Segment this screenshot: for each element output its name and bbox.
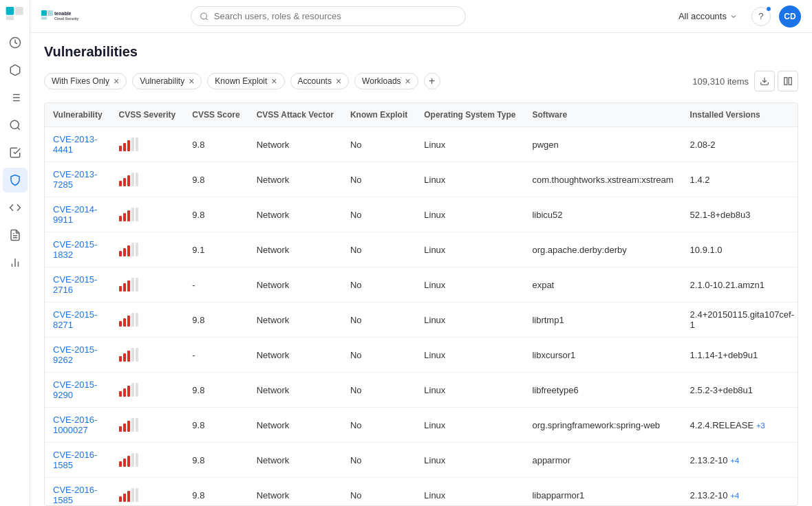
- accounts-dropdown[interactable]: All accounts: [673, 8, 743, 24]
- cell-cvss-score: 9.8: [184, 408, 248, 443]
- cell-software: libicu52: [524, 197, 681, 232]
- filter-close-exploit[interactable]: ×: [271, 76, 277, 86]
- severity-bars: [119, 418, 176, 432]
- bar-3: [127, 421, 130, 432]
- avatar[interactable]: CD: [779, 6, 801, 28]
- vulnerabilities-table[interactable]: Vulnerability CVSS Severity CVSS Score C…: [44, 102, 798, 506]
- table-row[interactable]: CVE-2016-1000027 9.8 Network No Linux or…: [45, 408, 798, 443]
- toolbar-buttons: [754, 71, 798, 91]
- filter-close-workloads[interactable]: ×: [405, 76, 411, 86]
- cve-link[interactable]: CVE-2013-4441: [53, 134, 97, 155]
- table-row[interactable]: CVE-2016-1585 9.8 Network No Linux libap…: [45, 478, 798, 507]
- sidebar-item-vulnerabilities[interactable]: [3, 168, 28, 192]
- table-row[interactable]: CVE-2015-8271 9.8 Network No Linux librt…: [45, 302, 798, 338]
- version-extra[interactable]: +4: [731, 492, 740, 500]
- cell-versions: 2.13.2-10+4: [682, 478, 798, 507]
- severity-bars: [119, 243, 176, 256]
- table-row[interactable]: CVE-2015-2716 - Network No Linux expat 2…: [45, 267, 798, 302]
- cell-versions: 1.1.14-1+deb9u1: [682, 338, 798, 373]
- cve-link[interactable]: CVE-2013-7285: [53, 169, 97, 190]
- filter-chip-accounts[interactable]: Accounts ×: [290, 73, 350, 89]
- sidebar-item-recent[interactable]: [3, 30, 28, 55]
- filter-close-fixes[interactable]: ×: [114, 76, 119, 86]
- severity-bars: [119, 208, 176, 221]
- cell-cvss-score: 9.8: [184, 478, 248, 507]
- cell-software: org.springframework:spring-web: [524, 408, 681, 443]
- sidebar-item-inventory[interactable]: [3, 58, 28, 82]
- filter-close-vulnerability[interactable]: ×: [189, 76, 194, 86]
- cve-link[interactable]: CVE-2015-9262: [53, 344, 97, 365]
- cve-link[interactable]: CVE-2014-9911: [53, 204, 97, 225]
- bar-5: [136, 243, 138, 256]
- cell-known-exploit: No: [342, 302, 416, 338]
- cell-severity: [111, 127, 184, 162]
- download-icon: [760, 76, 769, 86]
- cve-link[interactable]: CVE-2016-1585: [53, 450, 97, 470]
- table-row[interactable]: CVE-2015-1832 9.1 Network No Linux org.a…: [45, 232, 798, 267]
- bar-3: [127, 351, 130, 362]
- table-row[interactable]: CVE-2015-9262 - Network No Linux libxcur…: [45, 338, 798, 373]
- filter-label-fixes: With Fixes Only: [52, 76, 109, 86]
- table-row[interactable]: CVE-2014-9911 9.8 Network No Linux libic…: [45, 197, 798, 232]
- search-box[interactable]: [191, 6, 466, 26]
- sidebar-item-list[interactable]: [3, 85, 28, 110]
- cve-link[interactable]: CVE-2015-8271: [53, 309, 97, 330]
- cell-versions: 2.1.0-10.21.amzn1: [682, 267, 798, 302]
- search-input[interactable]: [214, 11, 457, 21]
- cve-link[interactable]: CVE-2016-1585: [53, 485, 97, 505]
- cve-link[interactable]: CVE-2016-1000027: [53, 415, 97, 435]
- col-cvss-severity: CVSS Severity: [111, 103, 184, 127]
- topbar: tenable Cloud Security All accounts ? CD: [30, 0, 812, 33]
- svg-line-11: [17, 127, 19, 129]
- severity-bars: [119, 278, 176, 292]
- cell-attack-vector: Network: [248, 162, 342, 197]
- bar-1: [119, 356, 122, 362]
- sidebar-item-analytics[interactable]: [3, 250, 28, 275]
- cell-attack-vector: Network: [248, 373, 342, 408]
- cell-attack-vector: Network: [248, 478, 342, 507]
- svg-text:tenable: tenable: [54, 11, 72, 16]
- filter-close-accounts[interactable]: ×: [336, 76, 341, 86]
- sidebar-item-reports[interactable]: [3, 223, 28, 248]
- table-row[interactable]: CVE-2016-1585 9.8 Network No Linux appar…: [45, 443, 798, 478]
- cell-os-type: Linux: [416, 197, 524, 232]
- download-button[interactable]: [754, 71, 775, 91]
- bar-3: [127, 280, 130, 292]
- table-row[interactable]: CVE-2013-7285 9.8 Network No Linux com.t…: [45, 162, 798, 197]
- table-row[interactable]: CVE-2015-9290 9.8 Network No Linux libfr…: [45, 373, 798, 408]
- bar-4: [131, 173, 134, 186]
- cell-attack-vector: Network: [248, 443, 342, 478]
- columns-button[interactable]: [778, 71, 798, 91]
- cell-severity: [111, 267, 184, 302]
- filter-chip-workloads[interactable]: Workloads ×: [354, 73, 418, 89]
- bar-2: [123, 388, 126, 397]
- svg-rect-0: [6, 7, 14, 15]
- bar-2: [123, 143, 126, 151]
- cell-software: pwgen: [524, 127, 681, 162]
- svg-rect-1: [15, 7, 23, 15]
- version-extra[interactable]: +3: [756, 421, 765, 430]
- table-row[interactable]: CVE-2013-4441 9.8 Network No Linux pwgen…: [45, 127, 798, 162]
- sidebar-item-code[interactable]: [3, 195, 28, 220]
- cell-os-type: Linux: [416, 338, 524, 373]
- cell-known-exploit: No: [342, 162, 416, 197]
- cve-link[interactable]: CVE-2015-1832: [53, 239, 97, 260]
- help-button[interactable]: ?: [751, 7, 771, 26]
- sidebar: [0, 0, 30, 506]
- cell-cvss-score: 9.1: [184, 232, 248, 267]
- cell-known-exploit: No: [342, 127, 416, 162]
- sidebar-item-compliance[interactable]: [3, 140, 28, 165]
- svg-text:Cloud Security: Cloud Security: [54, 16, 79, 21]
- cell-vulnerability: CVE-2014-9911: [45, 197, 111, 232]
- filter-chip-vulnerability[interactable]: Vulnerability ×: [132, 73, 202, 89]
- version-extra[interactable]: +4: [731, 456, 740, 465]
- sidebar-item-search[interactable]: [3, 113, 28, 138]
- cell-vulnerability: CVE-2016-1585: [45, 443, 111, 478]
- bar-3: [127, 491, 130, 502]
- filter-chip-exploit[interactable]: Known Exploit ×: [207, 73, 284, 89]
- add-filter-button[interactable]: +: [424, 73, 440, 89]
- cell-os-type: Linux: [416, 267, 524, 302]
- filter-chip-fixes[interactable]: With Fixes Only ×: [44, 73, 127, 89]
- cve-link[interactable]: CVE-2015-2716: [53, 274, 97, 295]
- cve-link[interactable]: CVE-2015-9290: [53, 380, 97, 400]
